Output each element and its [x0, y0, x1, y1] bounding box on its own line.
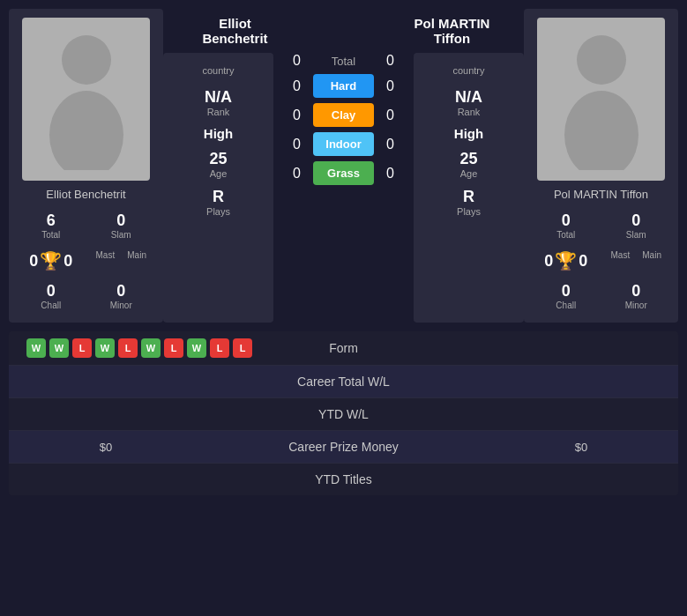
- right-total-cell: 0 Total: [533, 208, 600, 243]
- left-mast-val: 0: [29, 252, 38, 271]
- center-panel: Elliot Benchetrit Pol MARTIN Tiffon coun…: [163, 9, 524, 323]
- form-badge-w: W: [141, 338, 161, 358]
- right-main-label: Main: [642, 250, 661, 271]
- indoor-row: 0 Indoor 0: [286, 132, 401, 156]
- left-high-row: High: [172, 126, 265, 141]
- left-total-val: 6: [19, 212, 83, 230]
- right-chall-cell: 0 Chall: [533, 278, 600, 314]
- left-total-label: Total: [19, 230, 83, 240]
- right-minor-val: 0: [605, 282, 668, 301]
- right-player-name: Pol MARTIN Tiffon: [554, 188, 648, 201]
- total-score-right: 0: [379, 53, 401, 69]
- left-minor-label: Minor: [90, 301, 153, 310]
- prize-label: Career Prize Money: [185, 440, 502, 454]
- left-player-avatar: [22, 18, 150, 181]
- left-trophy-icon: 🏆: [40, 250, 62, 271]
- left-chall-label: Chall: [19, 301, 83, 310]
- clay-row: 0 Clay 0: [286, 103, 401, 127]
- grass-row: 0 Grass 0: [286, 161, 401, 185]
- right-stats-grid: 0 Total 0 Slam 0 🏆 0 Mast Main 0: [533, 208, 669, 314]
- stats-area: country N/A Rank High 25 Age R Plays: [163, 53, 524, 323]
- right-trophy-icon: 🏆: [555, 250, 577, 271]
- surface-col: 0 Total 0 0 Hard 0 0 Clay 0: [277, 53, 410, 323]
- right-chall-val: 0: [534, 282, 598, 301]
- form-badge-l: L: [164, 338, 183, 358]
- left-slam-label: Slam: [90, 230, 153, 240]
- left-name-center: Elliot Benchetrit: [174, 16, 297, 46]
- left-mast-cell: 0 🏆 0: [18, 247, 85, 275]
- right-total-val: 0: [534, 212, 598, 230]
- left-player-card: Elliot Benchetrit 6 Total 0 Slam 0 🏆 0 M…: [9, 9, 163, 323]
- left-player-name: Elliot Benchetrit: [46, 188, 125, 201]
- left-main-label: Main: [127, 250, 146, 271]
- right-mast-cell: 0 🏆 0: [533, 247, 600, 275]
- career-wl-row: Career Total W/L: [9, 366, 678, 398]
- total-score-left: 0: [286, 53, 308, 69]
- form-badge-w: W: [95, 338, 115, 358]
- right-slam-val: 0: [605, 212, 668, 230]
- left-mast-label: Mast: [96, 250, 116, 271]
- right-mast-label-row: Mast Main: [603, 247, 670, 275]
- right-minor-label: Minor: [605, 301, 668, 310]
- right-total-label: Total: [534, 230, 598, 240]
- right-main-val: 0: [579, 252, 587, 271]
- right-age-row: 25 Age: [422, 150, 515, 179]
- svg-point-2: [577, 35, 626, 85]
- clay-score-left: 0: [286, 108, 308, 123]
- right-high-row: High: [422, 126, 515, 141]
- svg-point-0: [62, 35, 111, 85]
- right-mast-val: 0: [544, 252, 553, 271]
- prize-row: $0 Career Prize Money $0: [9, 431, 678, 464]
- right-minor-cell: 0 Minor: [603, 278, 670, 314]
- clay-score-right: 0: [379, 108, 401, 123]
- names-row: Elliot Benchetrit Pol MARTIN Tiffon: [163, 9, 524, 53]
- left-slam-val: 0: [90, 212, 153, 230]
- ytd-wl-label: YTD W/L: [185, 407, 502, 421]
- indoor-button[interactable]: Indoor: [313, 132, 374, 156]
- left-slam-cell: 0 Slam: [88, 208, 155, 243]
- left-total-cell: 6 Total: [18, 208, 85, 243]
- ytd-titles-row: YTD Titles: [9, 464, 678, 495]
- clay-button[interactable]: Clay: [313, 103, 374, 127]
- form-badge-l: L: [233, 338, 252, 358]
- grass-score-left: 0: [286, 166, 308, 182]
- hard-button[interactable]: Hard: [313, 74, 374, 98]
- grass-button[interactable]: Grass: [313, 161, 374, 185]
- total-row: 0 Total 0: [286, 53, 401, 69]
- left-minor-val: 0: [90, 282, 153, 301]
- grass-score-right: 0: [379, 166, 401, 182]
- main-container: Elliot Benchetrit 6 Total 0 Slam 0 🏆 0 M…: [0, 0, 687, 504]
- right-slam-cell: 0 Slam: [603, 208, 670, 243]
- form-badges: WWLWLWLWLL: [26, 338, 291, 358]
- right-name-center: Pol MARTIN Tiffon: [391, 16, 514, 46]
- form-badge-l: L: [118, 338, 138, 358]
- right-player-card: Pol MARTIN Tiffon 0 Total 0 Slam 0 🏆 0 M…: [524, 9, 678, 323]
- left-main-val: 0: [63, 252, 72, 271]
- left-center-stats: country N/A Rank High 25 Age R Plays: [163, 53, 273, 323]
- prize-left: $0: [26, 441, 185, 454]
- right-mast-label: Mast: [611, 250, 631, 271]
- bottom-section: WWLWLWLWLL Form Career Total W/L YTD W/L…: [9, 331, 678, 495]
- left-minor-cell: 0 Minor: [88, 278, 155, 314]
- form-badge-l: L: [72, 338, 92, 358]
- form-label: Form: [291, 341, 396, 355]
- prize-right: $0: [502, 441, 661, 454]
- right-plays-row: R Plays: [422, 188, 515, 217]
- right-rank-row: N/A Rank: [422, 88, 515, 117]
- right-country: country: [422, 62, 515, 79]
- form-badge-w: W: [49, 338, 69, 358]
- hard-score-left: 0: [286, 78, 308, 94]
- indoor-score-right: 0: [379, 137, 401, 152]
- players-section: Elliot Benchetrit 6 Total 0 Slam 0 🏆 0 M…: [9, 9, 678, 323]
- left-rank-row: N/A Rank: [172, 88, 265, 117]
- svg-point-3: [564, 91, 638, 170]
- left-plays-row: R Plays: [172, 188, 265, 217]
- left-chall-val: 0: [19, 282, 83, 301]
- indoor-score-left: 0: [286, 137, 308, 152]
- total-label: Total: [313, 55, 374, 68]
- ytd-titles-label: YTD Titles: [185, 472, 502, 486]
- career-wl-label: Career Total W/L: [185, 375, 502, 389]
- form-badge-w: W: [187, 338, 206, 358]
- ytd-wl-row: YTD W/L: [9, 398, 678, 431]
- form-badge-w: W: [26, 338, 46, 358]
